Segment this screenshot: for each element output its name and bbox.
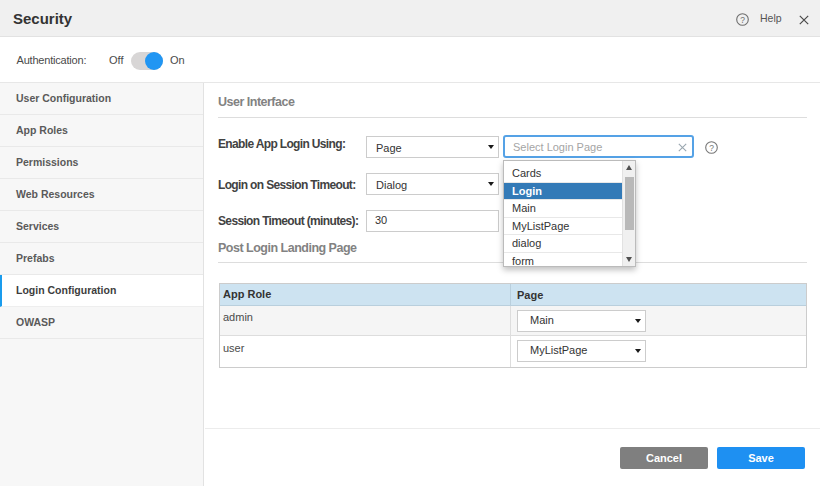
svg-text:?: ? — [709, 143, 714, 153]
svg-text:?: ? — [740, 14, 745, 24]
